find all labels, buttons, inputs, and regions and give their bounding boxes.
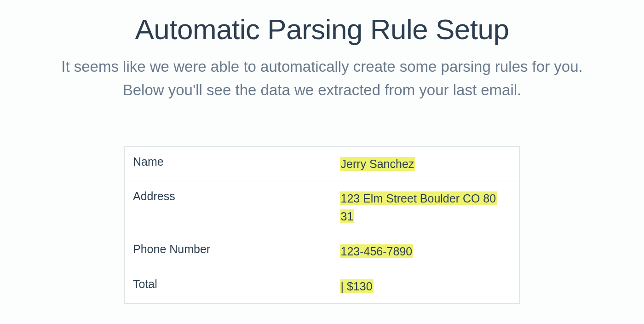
table-row: Address 123 Elm Street Boulder CO 80 31 (125, 181, 520, 234)
field-label-name: Name (125, 146, 332, 181)
field-label-address: Address (125, 181, 332, 234)
highlighted-value: Jerry Sanchez (340, 157, 415, 171)
page-container: Automatic Parsing Rule Setup It seems li… (32, 13, 612, 304)
table-row: Phone Number 123-456-7890 (125, 234, 520, 269)
field-label-total: Total (125, 269, 332, 304)
highlighted-value: | $130 (340, 279, 374, 293)
field-value-total: | $130 (332, 269, 520, 304)
table-row: Total | $130 (125, 269, 520, 304)
field-value-name: Jerry Sanchez (332, 146, 520, 181)
field-value-phone: 123-456-7890 (332, 234, 520, 269)
highlighted-value: 31 (340, 209, 355, 223)
highlighted-value: 123-456-7890 (340, 244, 414, 258)
table-row: Name Jerry Sanchez (125, 146, 520, 181)
highlighted-value: 123 Elm Street Boulder CO 80 (340, 191, 497, 205)
page-title: Automatic Parsing Rule Setup (32, 13, 612, 46)
page-subtitle: It seems like we were able to automatica… (41, 55, 603, 102)
field-value-address: 123 Elm Street Boulder CO 80 31 (332, 181, 520, 234)
field-label-phone: Phone Number (125, 234, 332, 269)
parsed-data-table: Name Jerry Sanchez Address 123 Elm Stree… (124, 146, 520, 304)
